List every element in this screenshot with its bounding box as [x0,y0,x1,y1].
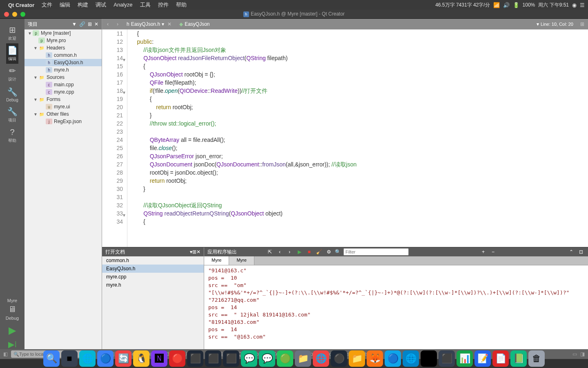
mode-设计[interactable]: ✏设计 [6,64,18,84]
menu-item[interactable]: 工具 [140,2,151,8]
code-editor[interactable]: 11121314▼15161718▼1920212223242526272829… [102,29,588,247]
output-tab[interactable]: Myre [229,256,254,265]
menu-item[interactable]: 编辑 [60,2,70,8]
tree-item[interactable]: hcommon.h [24,52,102,59]
dock-app-icon[interactable]: 🌐 [313,350,329,367]
line-gutter[interactable]: 11121314▼15161718▼1920212223242526272829… [102,29,127,247]
dock-app-icon[interactable]: 📊 [457,350,473,367]
tree-item[interactable]: ▼pMyre [master] [24,29,102,37]
tree-item[interactable]: ▼📁Sources [24,74,102,81]
dock-app-icon[interactable]: 🔵 [385,350,401,367]
dock-app-icon[interactable]: ⬛ [223,350,239,367]
sidebar-title[interactable]: 项目 [28,21,38,28]
dock-app-icon[interactable]: 📗 [510,350,527,367]
menu-item[interactable]: 控件 [158,2,169,8]
output-title[interactable]: 应用程序输出 [207,249,237,256]
dock-app-icon[interactable]: 🐧 [133,350,149,367]
add-icon[interactable]: + [480,248,487,256]
mode-Debug[interactable]: 🔧Debug [6,84,18,105]
debug-run-button[interactable]: ▶⁞ [8,339,17,349]
kit-selector[interactable]: Myre [7,298,17,303]
nav-fwd-button[interactable]: › [114,20,122,28]
menu-item[interactable]: 帮助 [176,2,187,8]
settings-icon[interactable]: ⚙ [325,248,332,256]
split-icon[interactable]: ⊞ [192,249,196,255]
symbol-crumb[interactable]: ◆ EasyQJson [179,21,209,27]
dock-app-icon[interactable]: ⬛ [187,350,203,367]
open-doc-item[interactable]: EasyQJson.h [102,265,204,273]
dock-app-icon[interactable]: 💬 [241,350,257,367]
stop-icon[interactable]: ■ [305,248,313,256]
tree-item[interactable]: cmain.cpp [24,81,102,88]
dock-app-icon[interactable]: ⬛ [439,350,455,367]
tree-item[interactable]: ▼📁Headers [24,44,102,52]
cursor-position[interactable]: Line: 10, Col: 20 [541,22,573,27]
dock-app-icon[interactable]: 🟢 [277,350,293,367]
run-button[interactable]: ▶ [9,325,16,336]
pin-icon[interactable]: ⇱ [266,248,274,256]
tree-item[interactable]: ▼📁Forms [24,96,102,103]
output-tab[interactable]: Myre [204,256,229,265]
split-icon[interactable]: ⊞ [88,21,92,27]
dock-app-icon[interactable]: 🅾 [421,350,437,367]
tree-item[interactable]: hEasyQJson.h [24,59,102,66]
mode-欢迎[interactable]: ⊞欢迎 [6,23,18,43]
output-tabs[interactable]: MyreMyre [204,256,588,265]
remove-icon[interactable]: − [490,248,497,256]
dock-app-icon[interactable]: ■ [61,350,78,367]
dock-app-icon[interactable]: 📁 [349,350,365,367]
volume-icon[interactable]: 🔊 [503,2,510,8]
tree-item[interactable]: hmyre.h [24,66,102,74]
run-output-icon[interactable]: ▶ [296,248,303,256]
dock-app-icon[interactable]: 🌐 [403,350,419,367]
mode-编辑[interactable]: 📄编辑 [6,43,18,64]
mode-帮助[interactable]: ?帮助 [6,125,18,146]
battery-icon[interactable]: 🔋 [513,2,519,8]
tree-item[interactable]: umyre.ui [24,103,102,110]
open-doc-item[interactable]: common.h [102,256,204,265]
tree-item[interactable]: pMyre.pro [24,37,102,44]
dock-app-icon[interactable]: 📄 [492,350,509,367]
dock-app-icon[interactable]: ⬛ [205,350,221,367]
project-tree[interactable]: ▼pMyre [master]pMyre.pro▼📁Headershcommon… [24,29,102,349]
open-doc-item[interactable]: myre.cpp [102,273,204,281]
fullscreen-window-button[interactable] [20,12,25,17]
open-docs-list[interactable]: common.hEasyQJson.hmyre.cppmyre.h [102,256,204,349]
monitor-icon[interactable]: 🖥 [8,305,16,314]
dock-app-icon[interactable]: 🌐 [79,350,96,367]
prev-icon[interactable]: ‹ [276,248,283,256]
mode-项目[interactable]: 🔧项目 [6,105,18,125]
build-config[interactable]: Debug [6,316,19,321]
app-name[interactable]: Qt Creator [8,2,34,8]
code-content[interactable]: { public: //读取json文件并且返回Json对象 QJsonObje… [127,29,588,247]
tree-item[interactable]: cmyre.cpp [24,88,102,96]
dock-app-icon[interactable]: 🔄 [115,350,131,367]
menu-item[interactable]: Analyze [114,2,132,8]
wifi-icon[interactable]: 📶 [493,2,500,8]
dock-app-icon[interactable]: 🔍 [43,350,60,367]
open-doc-item[interactable]: myre.h [102,281,204,289]
list-icon[interactable]: ☰ [580,2,585,8]
maximize-icon[interactable]: ⊡ [577,248,585,256]
dock-app-icon[interactable]: 🅽 [151,350,167,367]
tree-item[interactable]: jRegExp.json [24,118,102,125]
dock-app-icon[interactable]: 🔴 [169,350,185,367]
open-docs-title[interactable]: 打开文档 [105,249,125,256]
close-sidebar-icon[interactable]: ✕ [94,21,98,27]
output-filter-input[interactable] [343,248,409,256]
minimize-window-button[interactable] [12,12,17,17]
dock-app-icon[interactable]: 🔵 [97,350,114,367]
dock-app-icon[interactable]: 💬 [259,350,275,367]
menu-item[interactable]: 文件 [42,2,52,8]
dock-app-icon[interactable]: 📁 [295,350,311,367]
dock-app-icon[interactable]: 🗑 [528,350,545,367]
close-tab-icon[interactable]: ✕ [167,21,172,27]
output-body[interactable]: "9141@163.c" pos = 10 src == "om" "[\\w!… [204,265,588,349]
dock-app-icon[interactable]: 📝 [474,350,491,367]
dropdown-icon[interactable]: ▾ [162,21,164,27]
split-editor-icon[interactable]: ⊞ [578,20,586,28]
close-panel-icon[interactable]: ✕ [196,249,200,255]
tree-item[interactable]: ▼📁Other files [24,110,102,118]
close-window-button[interactable] [4,12,9,17]
dropdown-icon[interactable]: ▾ [537,21,539,27]
